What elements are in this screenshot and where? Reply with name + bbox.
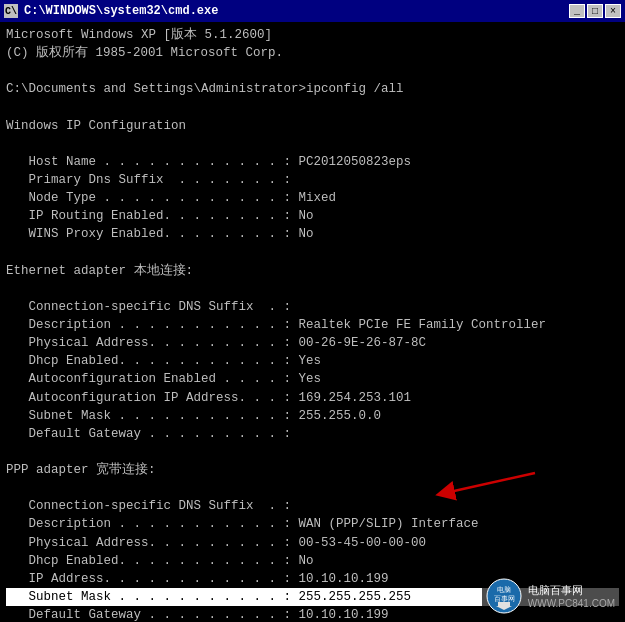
watermark-text: 电脑百事网 WWW.PC841.COM (528, 583, 615, 609)
close-button[interactable]: × (605, 4, 621, 18)
cmd-line-1: (C) 版权所有 1985-2001 Microsoft Corp. (6, 44, 619, 62)
cmd-line-3: C:\Documents and Settings\Administrator>… (6, 80, 619, 98)
cmd-line-23 (6, 443, 619, 461)
title-bar-left: C\ C:\WINDOWS\system32\cmd.exe (4, 4, 218, 18)
cmd-line-29: Dhcp Enabled. . . . . . . . . . . : No (6, 552, 619, 570)
watermark-url: WWW.PC841.COM (528, 598, 615, 609)
cmd-line-16: Description . . . . . . . . . . . : Real… (6, 316, 619, 334)
watermark: 电脑 百事网 电脑百事网 WWW.PC841.COM (482, 576, 619, 616)
svg-text:百事网: 百事网 (493, 595, 514, 602)
watermark-logo-icon: 电脑 百事网 (486, 578, 522, 614)
cmd-line-12 (6, 244, 619, 262)
cmd-body: Microsoft Windows XP [版本 5.1.2600](C) 版权… (0, 22, 625, 622)
cmd-line-18: Dhcp Enabled. . . . . . . . . . . : Yes (6, 352, 619, 370)
cmd-line-4 (6, 99, 619, 117)
cmd-line-25 (6, 479, 619, 497)
cmd-line-2 (6, 62, 619, 80)
cmd-line-15: Connection-specific DNS Suffix . : (6, 298, 619, 316)
cmd-line-26: Connection-specific DNS Suffix . : (6, 497, 619, 515)
cmd-line-0: Microsoft Windows XP [版本 5.1.2600] (6, 26, 619, 44)
cmd-line-24: PPP adapter 宽带连接: (6, 461, 619, 479)
cmd-window: C\ C:\WINDOWS\system32\cmd.exe _ □ × Mic… (0, 0, 625, 622)
cmd-line-5: Windows IP Configuration (6, 117, 619, 135)
cmd-line-13: Ethernet adapter 本地连接: (6, 262, 619, 280)
svg-text:电脑: 电脑 (497, 586, 511, 593)
cmd-line-17: Physical Address. . . . . . . . . : 00-2… (6, 334, 619, 352)
cmd-line-7: Host Name . . . . . . . . . . . . : PC20… (6, 153, 619, 171)
cmd-line-10: IP Routing Enabled. . . . . . . . : No (6, 207, 619, 225)
cmd-line-14 (6, 280, 619, 298)
cmd-line-20: Autoconfiguration IP Address. . . : 169.… (6, 389, 619, 407)
title-bar-controls[interactable]: _ □ × (569, 4, 621, 18)
cmd-icon: C\ (4, 4, 18, 18)
cmd-line-19: Autoconfiguration Enabled . . . . : Yes (6, 370, 619, 388)
minimize-button[interactable]: _ (569, 4, 585, 18)
cmd-line-21: Subnet Mask . . . . . . . . . . . : 255.… (6, 407, 619, 425)
cmd-line-9: Node Type . . . . . . . . . . . . : Mixe… (6, 189, 619, 207)
watermark-site: 电脑百事网 (528, 583, 615, 598)
cmd-line-27: Description . . . . . . . . . . . : WAN … (6, 515, 619, 533)
cmd-line-28: Physical Address. . . . . . . . . : 00-5… (6, 534, 619, 552)
title-bar-title: C:\WINDOWS\system32\cmd.exe (24, 4, 218, 18)
cmd-line-6 (6, 135, 619, 153)
title-bar: C\ C:\WINDOWS\system32\cmd.exe _ □ × (0, 0, 625, 22)
maximize-button[interactable]: □ (587, 4, 603, 18)
cmd-line-8: Primary Dns Suffix . . . . . . . : (6, 171, 619, 189)
cmd-line-11: WINS Proxy Enabled. . . . . . . . : No (6, 225, 619, 243)
cmd-line-22: Default Gateway . . . . . . . . . : (6, 425, 619, 443)
